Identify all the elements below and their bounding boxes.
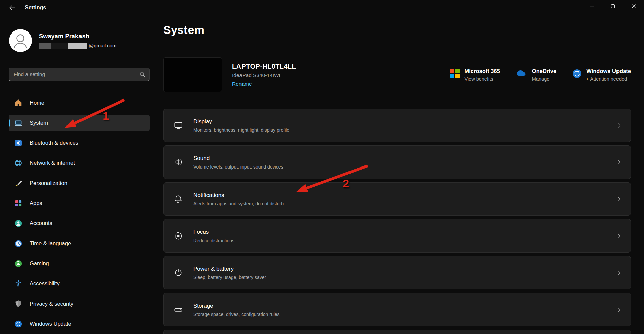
redacted-email-block (39, 43, 51, 49)
settings-card-power-battery[interactable]: Power & batterySleep, battery usage, bat… (163, 256, 631, 289)
titlebar: Settings (0, 0, 644, 15)
redacted-email-block (68, 43, 87, 49)
sidebar-item-label: Bluetooth & devices (30, 140, 78, 146)
user-email-domain: @gmail.com (89, 43, 117, 48)
user-name: Swayam Prakash (39, 33, 117, 40)
sidebar-item-time-language[interactable]: Time & language (9, 235, 150, 252)
time-icon (14, 240, 23, 248)
maximize-icon (611, 4, 615, 8)
sidebar-item-label: Personalization (30, 180, 67, 186)
quick-link-windows-update[interactable]: Windows Update•Attention needed (572, 68, 631, 82)
power-icon (174, 268, 183, 277)
device-thumbnail (163, 57, 222, 92)
home-icon (14, 99, 23, 107)
settings-cards: DisplayMonitors, brightness, night light… (163, 109, 631, 326)
close-icon (632, 4, 636, 8)
search-input[interactable] (14, 71, 140, 77)
minimize-icon (590, 4, 594, 8)
sidebar-nav: HomeSystemBluetooth & devicesNetwork & i… (9, 94, 150, 332)
sidebar-item-label: System (30, 120, 48, 126)
accessibility-icon (14, 280, 23, 288)
device-name: LAPTOP-HL0TL4LL (232, 63, 296, 70)
sidebar-item-gaming[interactable]: Gaming (9, 255, 150, 272)
sidebar-item-label: Home (30, 99, 44, 106)
window-controls (582, 0, 644, 15)
quick-link-title: Microsoft 365 (464, 68, 500, 74)
search-icon[interactable] (140, 72, 145, 77)
settings-card-storage[interactable]: StorageStorage space, drives, configurat… (163, 293, 631, 326)
microsoft-365-icon (450, 69, 460, 82)
personalization-icon (14, 179, 23, 187)
sidebar-item-system[interactable]: System (9, 115, 150, 131)
card-subtitle: Monitors, brightness, night light, displ… (193, 127, 289, 133)
chevron-right-icon (616, 307, 622, 313)
maximize-button[interactable] (602, 0, 623, 15)
card-title: Storage (193, 303, 280, 309)
privacy-icon (14, 300, 23, 308)
quick-link-onedrive[interactable]: OneDriveManage (516, 68, 556, 82)
sidebar-item-label: Apps (30, 200, 42, 206)
sidebar-item-label: Network & internet (30, 160, 75, 166)
settings-card-notifications[interactable]: NotificationsAlerts from apps and system… (163, 182, 631, 216)
settings-card-display[interactable]: DisplayMonitors, brightness, night light… (163, 109, 631, 142)
sidebar-item-privacy-security[interactable]: Privacy & security (9, 295, 150, 312)
minimize-button[interactable] (582, 0, 602, 15)
sidebar-item-home[interactable]: Home (9, 94, 150, 111)
chevron-right-icon (616, 270, 622, 276)
quick-link-action[interactable]: •Attention needed (586, 76, 631, 82)
settings-card-sound[interactable]: SoundVolume levels, output, input, sound… (163, 145, 631, 179)
sidebar-item-bluetooth-devices[interactable]: Bluetooth & devices (9, 135, 150, 151)
rename-link[interactable]: Rename (232, 81, 252, 87)
sidebar-item-label: Accessibility (30, 280, 60, 287)
redacted-email-block (51, 43, 68, 49)
sidebar-item-label: Gaming (30, 260, 49, 267)
card-subtitle: Alerts from apps and system, do not dist… (193, 201, 284, 206)
user-profile[interactable]: Swayam Prakash @gmail.com (9, 29, 150, 52)
settings-card-focus[interactable]: FocusReduce distractions (163, 219, 631, 253)
focus-icon (174, 231, 183, 241)
quick-link-title: OneDrive (532, 68, 556, 74)
window-title: Settings (25, 5, 46, 11)
back-arrow-icon (9, 5, 15, 10)
close-button[interactable] (623, 0, 644, 15)
sidebar-item-windows-update[interactable]: Windows Update (9, 316, 150, 332)
sidebar-item-label: Accounts (30, 220, 52, 226)
quick-link-action[interactable]: View benefits (464, 76, 500, 82)
storage-icon (174, 305, 183, 314)
attention-dot: • (586, 76, 588, 81)
device-header: LAPTOP-HL0TL4LL IdeaPad S340-14IWL Renam… (163, 57, 631, 92)
card-subtitle: Storage space, drives, configuration rul… (193, 312, 280, 317)
user-email: @gmail.com (39, 43, 117, 49)
quick-link-microsoft-365[interactable]: Microsoft 365View benefits (450, 68, 500, 82)
windows-update-icon (572, 69, 582, 82)
avatar (9, 29, 32, 52)
card-subtitle: Sleep, battery usage, battery saver (193, 275, 266, 280)
sidebar-item-network-internet[interactable]: Network & internet (9, 155, 150, 171)
settings-card-partial[interactable] (163, 330, 631, 334)
sidebar-item-accessibility[interactable]: Accessibility (9, 275, 150, 292)
onedrive-icon (516, 69, 528, 82)
back-button[interactable] (5, 1, 19, 14)
sidebar-item-accounts[interactable]: Accounts (9, 215, 150, 231)
sidebar-item-label: Privacy & security (30, 300, 73, 307)
apps-icon (14, 199, 23, 207)
accounts-icon (14, 219, 23, 227)
card-title: Focus (193, 229, 234, 236)
sidebar-item-label: Windows Update (30, 321, 71, 327)
network-icon (14, 159, 23, 167)
page-title: System (163, 23, 644, 37)
notifications-icon (174, 194, 183, 204)
sidebar-item-label: Time & language (30, 240, 71, 247)
update-icon (14, 320, 23, 328)
sidebar-item-personalization[interactable]: Personalization (9, 175, 150, 191)
quick-links: Microsoft 365View benefitsOneDriveManage… (450, 68, 631, 82)
sound-icon (174, 157, 183, 167)
search-box[interactable] (9, 68, 150, 81)
sidebar-item-apps[interactable]: Apps (9, 195, 150, 211)
quick-link-action[interactable]: Manage (532, 76, 556, 82)
sidebar: Swayam Prakash @gmail.com HomeSystemBlue… (0, 15, 158, 334)
main-content: System LAPTOP-HL0TL4LL IdeaPad S340-14IW… (158, 15, 644, 334)
card-title: Notifications (193, 192, 284, 199)
quick-link-title: Windows Update (586, 68, 631, 74)
chevron-right-icon (616, 196, 622, 202)
